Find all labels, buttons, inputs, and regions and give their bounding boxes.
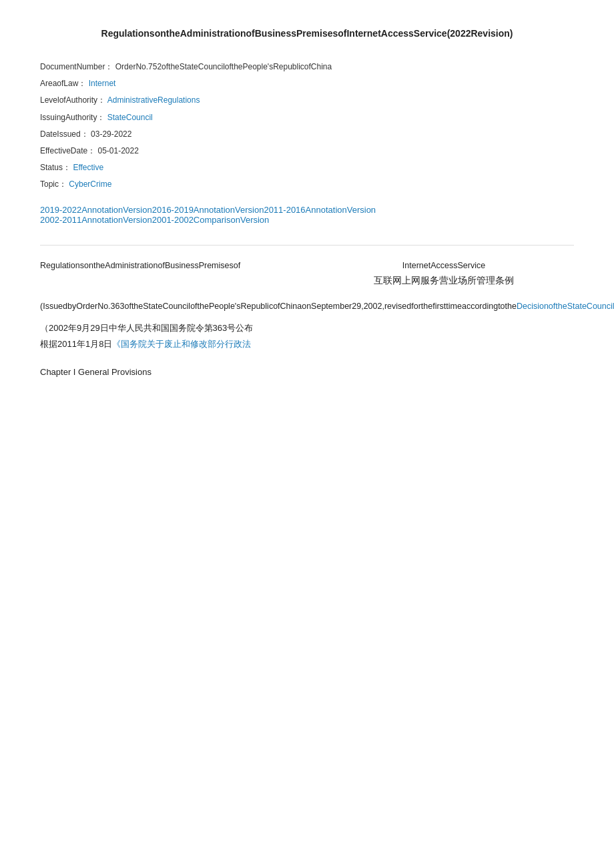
right-col-heading: InternetAccessService 互联网上网服务营业场所管理条例 <box>314 259 574 289</box>
issuing-authority-label: IssuingAuthority： <box>40 113 105 122</box>
issuing-authority-row: IssuingAuthority： StateCouncil <box>40 111 574 124</box>
level-of-authority-label: LevelofAuthority： <box>40 95 105 105</box>
page-container: RegulationsontheAdministrationofBusiness… <box>0 0 614 428</box>
area-of-law-label: AreaofLaw： <box>40 79 86 88</box>
annotation-link-2002-2011[interactable]: 2002-2011AnnotationVersion <box>40 215 152 225</box>
left-chapter-heading: Chapter I General Provisions <box>40 365 614 380</box>
right-heading-zh: 互联网上网服务营业场所管理条例 <box>374 275 514 286</box>
effective-date-value: 05-01-2022 <box>98 146 139 155</box>
col-header-row: RegulationsontheAdministrationofBusiness… <box>40 259 574 289</box>
status-label: Status： <box>40 163 71 172</box>
area-of-law-row: AreaofLaw： Internet <box>40 77 574 90</box>
annotation-link-2011-2016[interactable]: 2011-2016AnnotationVersion <box>264 205 376 215</box>
level-of-authority-value[interactable]: AdministrativeRegulations <box>107 95 200 105</box>
left-intro-text: (IssuedbyOrderNo.363oftheStateCounciloft… <box>40 302 517 311</box>
left-chinese-intro: （2002年9月29日中华人民共和国国务院令第363号公布 根据2011年1月8… <box>40 320 614 353</box>
date-issued-label: DateIssued： <box>40 129 89 139</box>
left-col-content: (IssuedbyOrderNo.363oftheStateCounciloft… <box>40 300 614 391</box>
annotation-link-2001-2002[interactable]: 2001-2002ComparisonVersion <box>152 215 270 225</box>
annotation-link-2016-2019[interactable]: 2016-2019AnnotationVersion <box>152 205 264 215</box>
left-col-heading: RegulationsontheAdministrationofBusiness… <box>40 259 300 289</box>
annotation-link-2019-2022[interactable]: 2019-2022AnnotationVersion <box>40 205 152 215</box>
left-chinese-link1[interactable]: 《国务院关于废止和修改部分行政法 <box>112 339 251 349</box>
topic-value[interactable]: CyberCrime <box>69 179 111 189</box>
area-of-law-value[interactable]: Internet <box>89 79 116 88</box>
document-number-row: DocumentNumber： OrderNo.752oftheStateCou… <box>40 61 574 73</box>
annotation-links-section: 2019-2022AnnotationVersion2016-2019Annot… <box>40 205 574 225</box>
meta-section: DocumentNumber： OrderNo.752oftheStateCou… <box>40 61 574 191</box>
left-heading-text: RegulationsontheAdministrationofBusiness… <box>40 261 240 270</box>
document-number-label: DocumentNumber： <box>40 62 113 71</box>
chapter-heading-text: Chapter I General Provisions <box>40 367 151 377</box>
document-number-value: OrderNo.752oftheStateCouncilofthePeople'… <box>115 62 332 71</box>
section-divider <box>40 245 574 246</box>
page-title: RegulationsontheAdministrationofBusiness… <box>40 27 574 41</box>
effective-date-label: EffectiveDate： <box>40 146 95 155</box>
date-issued-row: DateIssued： 03-29-2022 <box>40 128 574 141</box>
topic-row: Topic： CyberCrime <box>40 178 574 191</box>
effective-date-row: EffectiveDate： 05-01-2022 <box>40 145 574 157</box>
main-content-cols: (IssuedbyOrderNo.363oftheStateCounciloft… <box>40 300 574 391</box>
topic-label: Topic： <box>40 179 67 189</box>
right-heading-en: InternetAccessService <box>402 261 485 270</box>
level-of-authority-row: LevelofAuthority： AdministrativeRegulati… <box>40 94 574 107</box>
issuing-authority-value[interactable]: StateCouncil <box>107 113 153 122</box>
status-value[interactable]: Effective <box>73 163 103 172</box>
left-intro-link1[interactable]: DecisionoftheStateCouncilonRepealingandA… <box>517 302 614 311</box>
status-row: Status： Effective <box>40 161 574 174</box>
date-issued-value: 03-29-2022 <box>91 129 131 139</box>
